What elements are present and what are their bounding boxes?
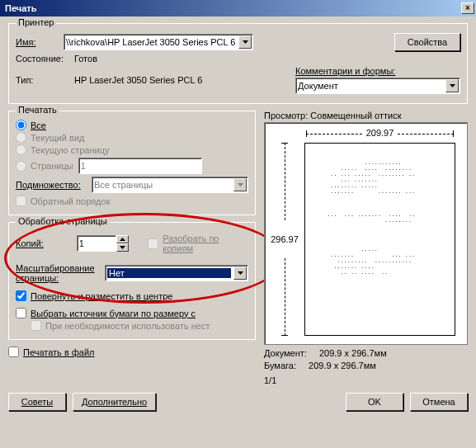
comments-dropdown[interactable]: Документ	[295, 78, 460, 94]
rotate-center-checkbox[interactable]: Повернуть и разместить в центре	[16, 290, 248, 301]
comments-value: Документ	[298, 81, 338, 91]
svg-marker-2	[238, 183, 243, 186]
preview-label: Просмотр: Совмещенный оттиск	[264, 111, 468, 120]
svg-marker-1	[450, 84, 455, 87]
radio-pages: Страницы	[16, 161, 73, 172]
properties-button[interactable]: Свойства	[394, 33, 460, 51]
scaling-label: Масштабирование страницы:	[16, 263, 100, 283]
copies-label: Копий:	[16, 238, 72, 248]
comments-label: Комментарии и формы:	[295, 66, 460, 76]
preview-box: 209.97 296.97 ........... ..... .... ...…	[264, 122, 468, 345]
subset-dropdown: Все страницы	[92, 177, 248, 193]
radio-current-page: Текущую страницу	[16, 144, 248, 155]
doc-label: Документ:	[264, 348, 307, 358]
page-handling-group: Обработка страницы Копий: 1 Разобрать по…	[8, 222, 256, 340]
window-title: Печать	[5, 3, 36, 13]
paper-source-checkbox[interactable]: Выбрать источник бумаги по размеру с	[16, 308, 248, 318]
ok-button[interactable]: OK	[346, 393, 403, 411]
tips-button[interactable]: Советы	[8, 393, 66, 411]
title-bar: Печать ×	[0, 0, 476, 17]
svg-marker-0	[243, 40, 248, 44]
close-button[interactable]: ×	[461, 2, 474, 14]
page-indicator: 1/1	[264, 375, 276, 385]
status-value: Готов	[74, 54, 97, 64]
radio-all[interactable]: Все	[16, 120, 248, 130]
type-label: Тип:	[16, 75, 69, 85]
spin-up-icon[interactable]	[116, 235, 129, 243]
radio-current-view: Текущий вид	[16, 132, 248, 143]
ruler-horizontal: 209.97	[306, 128, 454, 139]
reverse-checkbox: Обратный порядок	[16, 196, 248, 206]
custom-when-needed-checkbox: При необходимости использовать нест	[16, 320, 248, 331]
chevron-down-icon[interactable]	[445, 79, 459, 92]
svg-marker-4	[120, 246, 125, 249]
collate-checkbox: Разобрать по копиям	[148, 233, 248, 253]
printer-legend: Принтер	[16, 17, 56, 27]
scaling-dropdown[interactable]: Нет	[105, 265, 248, 281]
paper-label: Бумага:	[264, 361, 296, 370]
pages-input: 1	[78, 158, 202, 174]
spin-down-icon[interactable]	[116, 243, 129, 252]
paper-value: 209.9 x 296.7мм	[309, 361, 376, 370]
copies-spinner[interactable]: 1	[77, 235, 129, 252]
scaling-value: Нет	[107, 268, 231, 278]
chevron-down-icon[interactable]	[233, 266, 247, 280]
handling-legend: Обработка страницы	[16, 216, 110, 226]
printer-name-label: Имя:	[16, 37, 59, 47]
range-legend: Печатать	[16, 105, 59, 115]
printer-name-value: \\richkova\HP LaserJet 3050 Series PCL 6	[66, 37, 235, 47]
page-thumbnail: ........... ..... .... ........ .. ... .…	[304, 143, 455, 336]
doc-value: 209.9 x 296.7мм	[319, 348, 387, 358]
chevron-down-icon	[233, 178, 247, 191]
chevron-down-icon[interactable]	[238, 35, 252, 49]
print-to-file-checkbox[interactable]: Печатать в файл	[8, 347, 256, 357]
printer-group: Принтер Имя: \\richkova\HP LaserJet 3050…	[8, 23, 468, 104]
print-range-group: Печатать Все Текущий вид Текущую страниц…	[8, 111, 256, 215]
svg-marker-5	[238, 271, 243, 275]
svg-marker-3	[120, 238, 125, 241]
type-value: HP LaserJet 3050 Series PCL 6	[74, 75, 256, 85]
printer-name-dropdown[interactable]: \\richkova\HP LaserJet 3050 Series PCL 6	[64, 34, 253, 50]
cancel-button[interactable]: Отмена	[410, 393, 468, 411]
advanced-button[interactable]: Дополнительно	[73, 393, 156, 411]
subset-label: Подмножество:	[16, 180, 87, 190]
ruler-vertical: 296.97	[270, 143, 299, 336]
status-label: Состояние:	[16, 54, 69, 64]
